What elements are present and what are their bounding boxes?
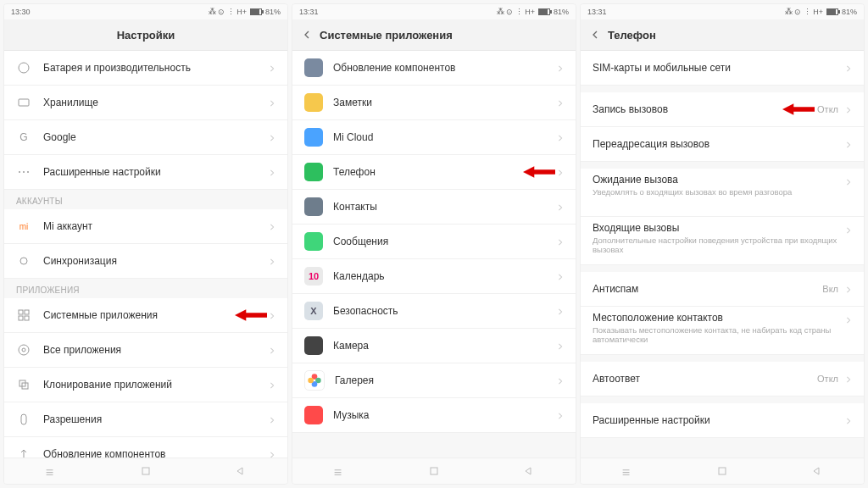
item-value: Вкл — [822, 284, 838, 294]
settings-item[interactable]: Системные приложения — [4, 298, 287, 333]
item-icon — [16, 253, 31, 269]
app-item[interactable]: Телефон — [292, 155, 576, 190]
settings-item[interactable]: GGoogle — [4, 120, 287, 155]
phone-setting-item[interactable]: Входящие вызовыДополнительные настройки … — [581, 217, 864, 265]
phone-setting-item[interactable]: АнтиспамВкл — [581, 272, 864, 307]
item-icon — [16, 164, 31, 180]
app-label: Заметки — [333, 97, 557, 108]
app-icon — [304, 93, 323, 112]
svg-point-22 — [308, 378, 314, 384]
battery-percent: 81% — [554, 8, 569, 16]
nav-home[interactable] — [428, 465, 440, 477]
item-label: Расширенные настройки — [593, 414, 845, 426]
chevron-right-icon — [557, 338, 564, 353]
app-item[interactable]: Mi Cloud — [292, 120, 576, 155]
svg-rect-10 — [25, 316, 29, 320]
app-item[interactable]: Камера — [292, 329, 576, 363]
settings-item[interactable]: Клонирование приложений — [4, 368, 287, 402]
settings-item[interactable]: Все приложения — [4, 333, 287, 368]
app-label: Телефон — [333, 166, 557, 178]
phone-setting-item[interactable]: Расширенные настройки — [581, 403, 864, 438]
svg-rect-1 — [19, 99, 29, 106]
phone-setting-item[interactable]: Ожидание вызоваУведомлять о входящих выз… — [581, 169, 864, 217]
nav-back[interactable] — [522, 465, 534, 477]
back-button[interactable] — [587, 27, 603, 42]
chevron-right-icon — [269, 95, 275, 110]
settings-item[interactable]: Расширенные настройки — [4, 155, 287, 190]
chevron-right-icon — [557, 269, 564, 284]
chevron-right-icon — [845, 136, 852, 152]
settings-item[interactable]: Разрешения — [4, 402, 287, 437]
chevron-right-icon — [557, 130, 564, 145]
svg-rect-7 — [19, 310, 23, 314]
phone-setting-item[interactable]: Местоположение контактовПоказывать место… — [581, 307, 864, 355]
app-item[interactable]: Сообщения — [292, 225, 576, 259]
header-title: Настройки — [117, 29, 175, 42]
app-item[interactable]: Музыка — [292, 398, 576, 433]
nav-menu[interactable]: ≡ — [46, 465, 58, 477]
app-item[interactable]: 10Календарь — [292, 259, 576, 294]
item-label: Системные приложения — [43, 309, 269, 321]
nav-menu[interactable]: ≡ — [334, 465, 346, 477]
nav-home[interactable] — [140, 465, 152, 477]
nav-menu[interactable]: ≡ — [622, 465, 634, 477]
nav-bar: ≡ — [292, 458, 576, 484]
chevron-right-icon — [557, 199, 564, 214]
app-item[interactable]: Галерея — [292, 363, 576, 398]
nav-bar: ≡ — [581, 458, 864, 484]
settings-item[interactable]: Хранилище — [4, 86, 287, 120]
back-button[interactable] — [299, 27, 314, 42]
settings-item[interactable]: Батарея и производительность — [4, 51, 287, 86]
section-apps: ПРИЛОЖЕНИЯ — [4, 279, 287, 298]
nav-back[interactable] — [810, 465, 822, 477]
app-item[interactable]: XБезопасность — [292, 294, 576, 329]
item-label: Обновление компонентов — [43, 448, 269, 458]
chevron-right-icon — [269, 377, 275, 392]
phone-setting-item[interactable]: АвтоответОткл — [581, 362, 864, 396]
settings-item[interactable]: miMi аккаунт — [4, 209, 287, 244]
app-icon — [304, 370, 325, 391]
app-item[interactable]: Контакты — [292, 190, 576, 225]
header: Телефон — [581, 19, 864, 51]
svg-point-3 — [19, 171, 20, 173]
section-accounts: АККАУНТЫ — [4, 190, 287, 209]
chevron-right-icon — [845, 60, 852, 75]
screen-settings: 13:30⁂ ⊙ ⋮ Н+81%НастройкиБатарея и произ… — [3, 3, 288, 485]
app-icon: 10 — [304, 267, 323, 286]
app-item[interactable]: Обновление компонентов — [292, 51, 576, 86]
svg-point-0 — [19, 63, 29, 73]
header-title: Телефон — [608, 29, 656, 42]
item-label: Google — [43, 131, 269, 143]
status-bar: 13:30⁂ ⊙ ⋮ Н+81% — [4, 4, 287, 19]
nav-home[interactable] — [716, 465, 728, 477]
item-label: SIM-карты и мобильные сети — [593, 62, 845, 74]
battery-icon — [538, 8, 550, 15]
item-label: Разрешения — [43, 413, 269, 425]
status-time: 13:30 — [11, 8, 31, 16]
item-icon — [16, 95, 31, 110]
item-icon — [16, 342, 31, 358]
nav-back[interactable] — [234, 465, 246, 477]
svg-rect-9 — [19, 316, 23, 320]
chevron-right-icon — [845, 312, 852, 327]
item-subtitle: Показывать местоположение контакта, не н… — [593, 325, 845, 344]
svg-point-12 — [19, 345, 29, 355]
settings-item[interactable]: Синхронизация — [4, 244, 287, 279]
app-icon — [304, 232, 323, 251]
battery-percent: 81% — [265, 8, 281, 16]
app-item[interactable]: Заметки — [292, 86, 576, 120]
app-icon — [304, 163, 323, 181]
item-label: Переадресация вызовов — [593, 138, 845, 150]
chevron-right-icon — [557, 60, 564, 75]
app-label: Сообщения — [333, 236, 557, 247]
app-label: Контакты — [333, 201, 557, 213]
phone-setting-item[interactable]: Запись вызововОткл — [581, 92, 864, 127]
settings-item[interactable]: Обновление компонентов — [4, 437, 287, 458]
item-icon — [16, 412, 31, 427]
chevron-right-icon — [557, 408, 564, 423]
item-icon — [16, 446, 31, 458]
phone-setting-item[interactable]: SIM-карты и мобильные сети — [581, 51, 864, 86]
item-label: Синхронизация — [43, 255, 269, 267]
phone-setting-item[interactable]: Переадресация вызовов — [581, 127, 864, 162]
item-icon — [16, 377, 31, 392]
